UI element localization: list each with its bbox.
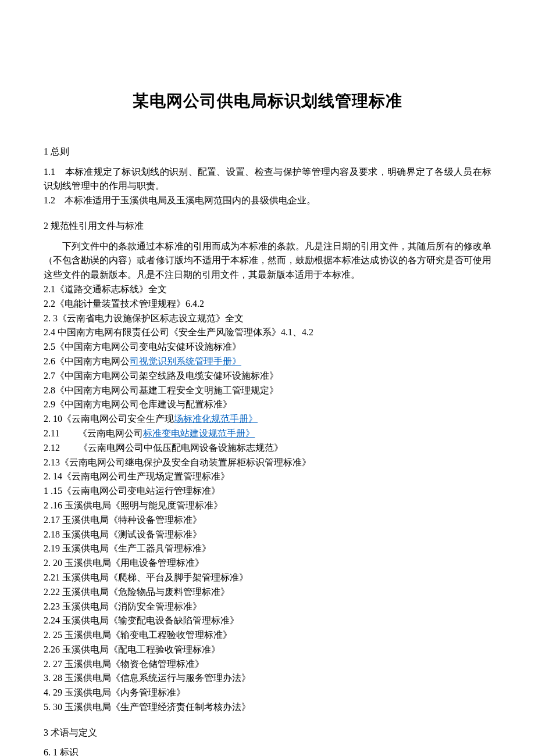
reference-item: 2.5《中国南方电网公司变电站安健环设施标准》 bbox=[44, 340, 491, 354]
reference-item: 4. 29 玉溪供电局《内务管理标准》 bbox=[44, 686, 491, 700]
reference-item: 2.22 玉溪供电局《危险物品与废料管理标准》 bbox=[44, 585, 491, 600]
reference-item: 2. 14《云南电网公司生产现场定置管理标准》 bbox=[44, 470, 491, 484]
reference-link[interactable]: 司视觉识别系统管理手册》 bbox=[130, 356, 241, 366]
reference-text: 2.6《中国南方电网公 bbox=[44, 356, 130, 366]
document-title: 某电网公司供电局标识划线管理标准 bbox=[44, 90, 491, 112]
reference-item: 2.7《中国南方电网公司架空线路及电缆安健环设施标准》 bbox=[44, 369, 491, 384]
reference-item: 5. 30 玉溪供电局《生产管理经济责任制考核办法》 bbox=[44, 700, 491, 715]
document-page: 某电网公司供电局标识划线管理标准 1 总则 1.1 本标准规定了标识划线的识别、… bbox=[0, 0, 535, 756]
reference-item: 2.1《道路交通标志标线》全文 bbox=[44, 282, 491, 297]
section-2-heading: 2 规范性引用文件与标准 bbox=[44, 218, 491, 234]
reference-item: 2.9《中国南方电网公司仓库建设与配置标准》 bbox=[44, 397, 491, 412]
reference-item: 2.4 中国南方电网有限责任公司《安全生产风险管理体系》4.1、4.2 bbox=[44, 325, 491, 340]
reference-item: 2.18 玉溪供电局《测试设备管理标准》 bbox=[44, 528, 491, 542]
reference-item: 2.24 玉溪供电局《输变配电设备缺陷管理标准》 bbox=[44, 614, 491, 628]
references-list: 2.1《道路交通标志标线》全文2.2《电能计量装置技术管理规程》6.4.22. … bbox=[44, 282, 491, 715]
section-3-heading: 3 术语与定义 bbox=[44, 725, 491, 740]
reference-item: 2. 25 玉溪供电局《输变电工程验收管理标准》 bbox=[44, 628, 491, 643]
reference-item: 2.21 玉溪供电局《爬梯、平台及脚手架管理标准》 bbox=[44, 571, 491, 585]
section-2-intro: 下列文件中的条款通过本标准的引用而成为本标准的条款。凡是注日期的引用文件，其随后… bbox=[44, 239, 491, 282]
reference-link[interactable]: 场标准化规范手册》 bbox=[174, 414, 258, 424]
reference-text: 2.11 《云南电网公司 bbox=[44, 428, 143, 438]
reference-item: 2. 10《云南电网公司安全生产现场标准化规范手册》 bbox=[44, 412, 491, 427]
reference-item: 2.12 《云南电网公司中低压配电网设备设施标志规范》 bbox=[44, 441, 491, 456]
reference-item: 1 .15《云南电网公司变电站运行管理标准》 bbox=[44, 484, 491, 499]
section-1-p1: 1.1 本标准规定了标识划线的识别、配置、设置、检查与保护等管理内容及要求，明确… bbox=[44, 165, 491, 194]
reference-item: 2.26 玉溪供电局《配电工程验收管理标准》 bbox=[44, 643, 491, 657]
reference-text: 2. 10《云南电网公司安全生产现 bbox=[44, 414, 174, 424]
reference-item: 2.17 玉溪供电局《特种设备管理标准》 bbox=[44, 513, 491, 528]
reference-link[interactable]: 标准变电站建设规范手册》 bbox=[143, 428, 255, 438]
reference-item: 2.23 玉溪供电局《消防安全管理标准》 bbox=[44, 600, 491, 614]
reference-item: 2. 3《云南省电力设施保护区标志设立规范》全文 bbox=[44, 311, 491, 326]
section-1-heading: 1 总则 bbox=[44, 144, 491, 159]
reference-item: 2.19 玉溪供电局《生产工器具管理标准》 bbox=[44, 542, 491, 556]
reference-item: 2 .16 玉溪供电局《照明与能见度管理标准》 bbox=[44, 499, 491, 513]
reference-item: 3. 28 玉溪供电局《信息系统运行与服务管理办法》 bbox=[44, 671, 491, 686]
reference-item: 2.6《中国南方电网公司视觉识别系统管理手册》 bbox=[44, 354, 491, 369]
reference-item: 2.13《云南电网公司继电保护及安全自动装置屏柜标识管理标准》 bbox=[44, 456, 491, 470]
reference-item: 2.2《电能计量装置技术管理规程》6.4.2 bbox=[44, 297, 491, 311]
reference-item: 2.11 《云南电网公司标准变电站建设规范手册》 bbox=[44, 427, 491, 441]
term-1-heading: 6. 1 标识 bbox=[44, 746, 491, 756]
reference-item: 2. 27 玉溪供电局《物资仓储管理标准》 bbox=[44, 657, 491, 672]
section-1-p2: 1.2 本标准适用于玉溪供电局及玉溪电网范围内的县级供电企业。 bbox=[44, 194, 491, 208]
reference-item: 2. 20 玉溪供电局《用电设备管理标准》 bbox=[44, 556, 491, 571]
reference-item: 2.8《中国南方电网公司基建工程安全文明施工管理规定》 bbox=[44, 384, 491, 398]
